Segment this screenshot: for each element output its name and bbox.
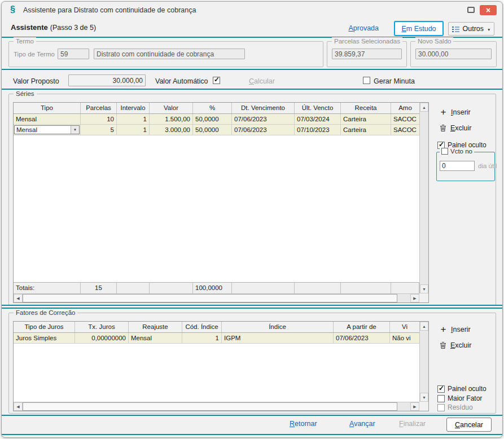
column-header-vigencia: Vi: [390, 322, 419, 332]
fatores-inserir-button[interactable]: Inserir: [440, 324, 471, 335]
fatores-excluir-button[interactable]: Excluir: [440, 340, 472, 351]
separator: [2, 69, 502, 70]
avancar-link[interactable]: Avançar: [349, 420, 375, 428]
calcular-button: Calcular: [249, 77, 275, 85]
grid-cell: 50,0000: [193, 125, 232, 135]
series-row-1[interactable]: Mensal 10 1 1.500,00 50,0000 07/06/2023 …: [14, 114, 419, 125]
separator: [2, 89, 502, 90]
column-header-dt-vencimento: Dt. Vencimento: [232, 103, 295, 113]
column-header-pct: %: [193, 103, 232, 113]
scrollbar-thumb[interactable]: [23, 294, 397, 302]
valor-proposto-field[interactable]: [68, 74, 146, 86]
painel-oculto-label: Painel oculto: [448, 385, 487, 393]
grid-cell: 07/03/2024: [295, 114, 341, 124]
grid-cell: 1: [182, 333, 222, 343]
fatores-horizontal-scrollbar[interactable]: [14, 402, 419, 411]
parcelas-selecionadas-field: [332, 49, 402, 59]
cancelar-label: Cancelar: [455, 421, 483, 429]
maior-fator-checkbox[interactable]: [437, 395, 445, 402]
series-inserir-button[interactable]: Inserir: [440, 107, 471, 118]
tipo-combobox[interactable]: Mensal: [14, 125, 80, 134]
column-header-tipo-juros: Tipo de Juros: [14, 322, 75, 332]
scroll-up-icon[interactable]: [420, 322, 428, 331]
column-header-valor: Valor: [150, 103, 193, 113]
chevron-down-icon[interactable]: [71, 126, 79, 134]
column-header-amortizacao: Amo: [391, 103, 419, 113]
column-header-tx-juros: Tx. Juros: [75, 322, 129, 332]
scrollbar-corner: [419, 402, 428, 411]
column-header-tipo: Tipo: [14, 103, 81, 113]
grid-cell: [295, 283, 341, 293]
aprovada-link[interactable]: Aprovada: [348, 24, 379, 32]
grid-cell: 07/06/2023: [232, 114, 295, 124]
series-vertical-scrollbar[interactable]: [419, 103, 428, 293]
column-header-cod-indice: Cód. Índice: [182, 322, 222, 332]
residuo-label: Resíduo: [448, 403, 473, 411]
grid-cell: Juros Simples: [14, 333, 75, 343]
series-excluir-button[interactable]: Excluir: [440, 122, 472, 134]
fatores-grid: Tipo de Juros Tx. Juros Reajuste Cód. Ín…: [13, 321, 429, 411]
grid-cell: Carteira: [341, 125, 391, 135]
column-header-a-partir-de: A partir de: [334, 322, 390, 332]
scroll-down-icon[interactable]: [420, 284, 428, 293]
maximize-icon[interactable]: [467, 7, 475, 13]
total-percentual: 100,0000: [193, 283, 232, 293]
cancelar-button[interactable]: Cancelar: [446, 418, 492, 432]
maior-fator-row: Maior Fator: [437, 394, 482, 402]
grid-cell: 07/06/2023: [232, 125, 295, 135]
column-header-indice: Índice: [222, 322, 334, 332]
totais-label: Totais:: [14, 283, 81, 293]
total-parcelas: 15: [81, 283, 117, 293]
separator: [2, 305, 502, 306]
em-estudo-label: Em Estudo: [401, 25, 436, 33]
vcto-no-checkbox[interactable]: [441, 148, 448, 155]
outros-button[interactable]: Outros: [448, 22, 494, 36]
grid-cell: Mensal: [14, 114, 81, 124]
novo-saldo-groupbox: Novo Saldo: [410, 41, 497, 67]
series-grid: Tipo Parcelas Intervalo Valor % Dt. Venc…: [13, 102, 429, 303]
close-icon[interactable]: [480, 5, 497, 15]
fatores-grid-header: Tipo de Juros Tx. Juros Reajuste Cód. Ín…: [14, 322, 419, 333]
column-header-ult-vencto: Últ. Vencto: [295, 103, 341, 113]
scrollbar-thumb[interactable]: [23, 402, 397, 411]
valor-automatico-checkbox[interactable]: [213, 77, 220, 84]
fatores-row-1[interactable]: Juros Simples 0,00000000 Mensal 1 IGPM 0…: [14, 333, 419, 344]
scroll-right-icon[interactable]: [410, 402, 419, 411]
grid-cell: Não vi: [390, 333, 419, 343]
grid-cell: [341, 283, 391, 293]
titlebar[interactable]: Assistente para Distrato com continuidad…: [2, 2, 502, 19]
series-horizontal-scrollbar[interactable]: [14, 293, 419, 302]
gerar-minuta-label: Gerar Minuta: [374, 77, 415, 85]
grid-cell: Mensal: [14, 125, 81, 135]
painel-oculto-checkbox[interactable]: [437, 385, 445, 393]
gerar-minuta-checkbox[interactable]: [363, 77, 370, 84]
novo-saldo-field: [415, 49, 492, 59]
parcelas-selecionadas-groupbox: Parcelas Selecionadas: [327, 41, 407, 67]
series-row-2[interactable]: Mensal 5 1 3.000,00 50,0000 07/06/2023 0…: [14, 125, 419, 135]
grid-cell: Mensal: [129, 333, 182, 343]
novo-saldo-label: Novo Saldo: [415, 37, 453, 46]
fatores-painel-oculto-row: Painel oculto: [437, 385, 487, 393]
scroll-left-icon[interactable]: [14, 294, 23, 302]
inserir-label: Inserir: [451, 326, 471, 333]
scroll-left-icon[interactable]: [14, 402, 23, 411]
assistente-label: Assistente: [11, 23, 48, 32]
inserir-label: Inserir: [451, 108, 471, 116]
tipo-de-termo-label: Tipo de Termo: [14, 51, 55, 58]
grid-cell: IGPM: [222, 333, 334, 343]
column-header-intervalo: Intervalo: [117, 103, 150, 113]
fatores-group-label: Fatores de Correção: [14, 309, 77, 317]
retornar-link[interactable]: Retornar: [290, 420, 317, 428]
scroll-up-icon[interactable]: [420, 103, 428, 112]
em-estudo-button[interactable]: Em Estudo: [394, 21, 444, 36]
vcto-no-field[interactable]: [440, 161, 475, 171]
scroll-right-icon[interactable]: [410, 294, 419, 302]
grid-cell: 10: [81, 114, 117, 124]
app-icon: [10, 5, 19, 16]
fatores-vertical-scrollbar[interactable]: [419, 322, 428, 402]
finalizar-button: Finalizar: [399, 420, 426, 428]
scroll-down-icon[interactable]: [420, 393, 428, 402]
residuo-row: Resíduo: [437, 403, 473, 411]
termo-descricao-field: [94, 49, 245, 59]
column-header-parcelas: Parcelas: [81, 103, 117, 113]
